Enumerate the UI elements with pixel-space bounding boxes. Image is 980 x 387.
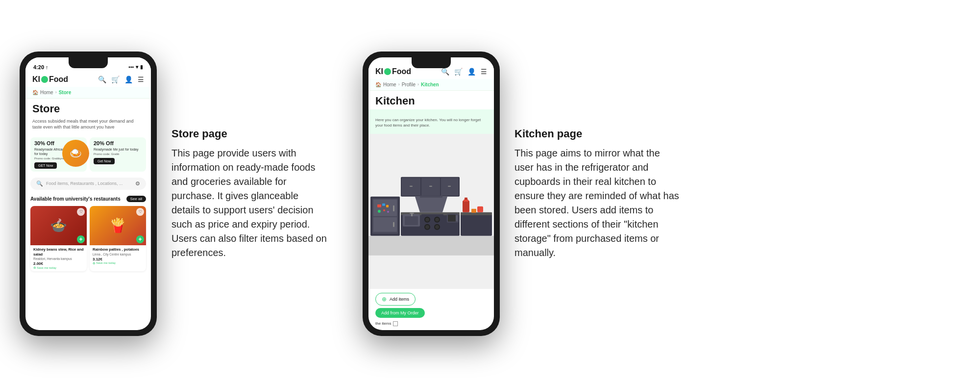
svg-rect-38 — [465, 198, 467, 200]
kitchen-illustration-area — [368, 134, 494, 289]
svg-rect-42 — [382, 204, 385, 206]
left-desc-text: This page provide users with information… — [172, 146, 328, 260]
logo-text-food: Food — [49, 75, 68, 84]
right-header-icons: 🔍 🛒 👤 ☰ — [441, 68, 487, 76]
add-btn-1[interactable]: + — [77, 235, 85, 243]
user-icon[interactable]: 👤 — [124, 76, 133, 83]
svg-point-21 — [435, 225, 439, 229]
breadcrumb: 🏠 Home › Store — [25, 87, 151, 99]
svg-rect-12 — [410, 213, 414, 214]
right-breadcrumb-sep2: › — [417, 82, 419, 87]
add-items-button[interactable]: ⊕ Add items — [375, 293, 416, 306]
promo-card-1: 30% Off Readymade African meals just for… — [30, 137, 87, 172]
search-bar[interactable]: 🔍 Food items, Restaurants , Locations, .… — [30, 178, 146, 190]
food-card-price-1: 2.00€ — [33, 261, 84, 266]
kitchen-desc: Here you can organize your kitchen. You … — [375, 117, 487, 128]
add-items-icon: ⊕ — [382, 296, 387, 303]
left-phone-mockup: 4:20 ↑ ▪▪▪ ▾ ▮ KI Food 🔍 🛒 👤 — [20, 52, 157, 336]
svg-rect-30 — [429, 186, 432, 187]
add-items-label: Add items — [390, 297, 409, 302]
page-title: Store — [25, 99, 151, 117]
right-phone-screen: KI Food 🔍 🛒 👤 ☰ 🏠 Home › Profile › Kit — [368, 57, 494, 330]
right-breadcrumb-home[interactable]: Home — [383, 82, 396, 87]
the-items-row: the items — [375, 321, 487, 326]
food-card-body-1: Kidney beans stew, Rice and salad Reakto… — [30, 245, 87, 272]
right-search-icon[interactable]: 🔍 — [441, 68, 449, 76]
left-phone-screen: 4:20 ↑ ▪▪▪ ▾ ▮ KI Food 🔍 🛒 👤 — [25, 57, 151, 330]
food-card-name-1: Kidney beans stew, Rice and salad — [33, 247, 84, 257]
svg-rect-43 — [386, 205, 389, 207]
right-menu-icon[interactable]: ☰ — [481, 68, 487, 76]
food-cards: 🍲 ♡ + Kidney beans stew, Rice and salad … — [25, 204, 151, 276]
status-icons: ▪▪▪ ▾ ▮ — [128, 64, 143, 70]
right-logo-text-ki: KI — [375, 67, 383, 76]
svg-rect-5 — [393, 206, 394, 211]
breadcrumb-home[interactable]: Home — [40, 90, 53, 95]
svg-point-19 — [425, 225, 429, 229]
menu-icon[interactable]: ☰ — [138, 76, 144, 83]
svg-rect-29 — [410, 186, 413, 187]
svg-point-15 — [425, 218, 429, 222]
right-user-icon[interactable]: 👤 — [467, 68, 476, 76]
svg-rect-35 — [461, 212, 492, 215]
promo-code-2: Promo code: Grabb — [94, 153, 142, 155]
section-header: Available from university's restaurants … — [25, 193, 151, 204]
promo-text-2: Readymade Me just for today — [94, 147, 142, 152]
svg-point-44 — [378, 210, 381, 213]
food-card-body-2: Rainbow patties , potatoes Linna , City … — [90, 245, 146, 267]
add-btn-2[interactable]: + — [136, 235, 144, 243]
svg-rect-24 — [456, 215, 458, 221]
svg-rect-41 — [377, 205, 381, 207]
svg-rect-6 — [393, 222, 394, 227]
kitchen-actions: ⊕ Add items Add from My Order the items — [368, 289, 494, 330]
filter-icon[interactable]: ⚙ — [135, 181, 140, 187]
svg-rect-40 — [477, 206, 483, 212]
promo-card-2: 20% Off Readymade Me just for today Prom… — [90, 137, 146, 172]
search-icon[interactable]: 🔍 — [98, 76, 106, 83]
save-icon-1: ♻ — [33, 266, 36, 269]
header-icons: 🔍 🛒 👤 ☰ — [98, 76, 144, 83]
right-breadcrumb-profile[interactable]: Profile — [402, 82, 416, 87]
kitchen-banner: Here you can organize your kitchen. You … — [368, 109, 494, 134]
heart-icon-1[interactable]: ♡ — [77, 208, 85, 216]
food-card-2: 🍟 ♡ + Rainbow patties , potatoes Linna ,… — [90, 206, 146, 272]
heart-icon-2[interactable]: ♡ — [136, 208, 144, 216]
right-breadcrumb: 🏠 Home › Profile › Kitchen — [368, 79, 494, 91]
right-home-icon: 🏠 — [375, 82, 381, 87]
svg-rect-23 — [448, 215, 456, 222]
status-time: 4:20 ↑ — [33, 64, 49, 70]
right-breadcrumb-sep1: › — [398, 82, 400, 87]
right-logo-text-food: Food — [392, 67, 411, 76]
svg-rect-34 — [461, 214, 492, 236]
svg-rect-10 — [405, 216, 418, 225]
add-from-order-button[interactable]: Add from My Order — [375, 308, 425, 318]
food-card-1: 🍲 ♡ + Kidney beans stew, Rice and salad … — [30, 206, 87, 272]
checkbox-icon[interactable] — [393, 321, 398, 326]
see-all-button[interactable]: See all — [126, 196, 146, 202]
promo-btn-1[interactable]: GET Now — [34, 162, 57, 169]
promo-btn-2[interactable]: Get Now — [94, 158, 115, 164]
food-card-name-2: Rainbow patties , potatoes — [93, 247, 143, 252]
food-card-img-1: 🍲 ♡ + — [30, 206, 87, 245]
svg-rect-39 — [471, 209, 476, 213]
logo-text-ki: KI — [32, 75, 40, 84]
add-from-order-label: Add from My Order — [381, 310, 419, 315]
kitchen-svg — [368, 134, 494, 289]
svg-rect-0 — [368, 236, 494, 256]
right-phone-notch — [412, 57, 451, 68]
cart-icon[interactable]: 🛒 — [111, 76, 120, 83]
svg-rect-13 — [421, 214, 443, 232]
svg-point-45 — [383, 209, 385, 211]
right-phone-mockup: KI Food 🔍 🛒 👤 ☰ 🏠 Home › Profile › Kit — [363, 52, 500, 336]
right-cart-icon[interactable]: 🛒 — [454, 68, 463, 76]
promo-section: 30% Off Readymade African meals just for… — [25, 134, 151, 175]
logo-circle — [41, 76, 48, 83]
left-desc-title: Store page — [172, 128, 328, 140]
food-card-price-2: 3.12€ — [93, 257, 143, 261]
food-card-location-2: Linna , City Centre kampus — [93, 253, 143, 256]
food-img-1: 🍛 — [62, 140, 89, 167]
right-logo-circle — [384, 68, 391, 75]
svg-point-46 — [387, 211, 389, 213]
right-breadcrumb-current: Kitchen — [421, 82, 439, 87]
app-logo: KI Food — [32, 75, 68, 84]
